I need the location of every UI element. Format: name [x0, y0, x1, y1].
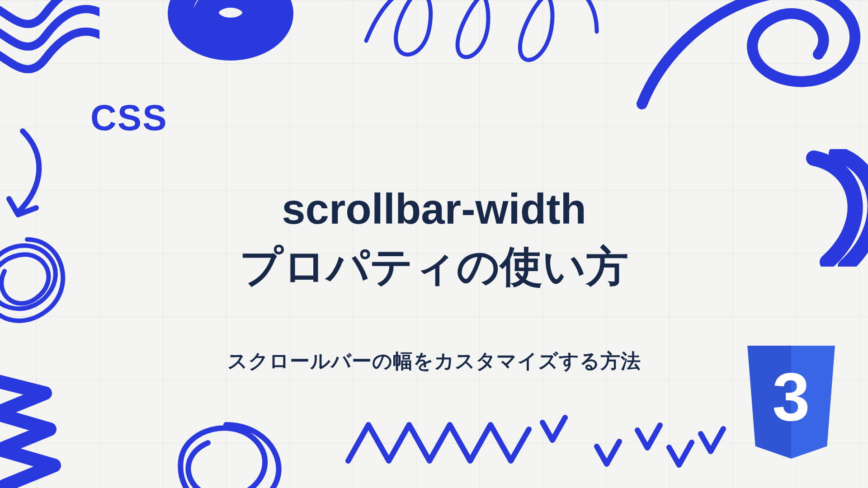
v-marks-bottom — [533, 407, 732, 479]
css3-badge-number: 3 — [741, 340, 841, 453]
css3-shield-icon: 3 — [741, 346, 841, 459]
hero-canvas: CSS scrollbar-widthプロパティの使い方 スクロールバーの幅をカ… — [0, 0, 868, 488]
title-line2: プロパティの使い方 — [240, 243, 628, 290]
page-subtitle: スクロールバーの幅をカスタマイズする方法 — [227, 348, 641, 375]
curve-lines-right — [796, 149, 868, 267]
swirl-bottom — [140, 407, 312, 488]
page-title: scrollbar-widthプロパティの使い方 — [240, 181, 628, 296]
brush-circle-doodle — [145, 0, 316, 77]
title-line1: scrollbar-width — [282, 185, 586, 233]
arrow-doodle-left — [0, 127, 63, 235]
svg-point-3 — [210, 0, 251, 26]
scribble-ball-left — [0, 221, 86, 348]
scribble-loop-doodle-top — [353, 0, 606, 77]
zigzag-bottomleft — [0, 371, 95, 488]
wave-doodle-topleft — [0, 0, 99, 90]
big-swirl-topright — [624, 0, 868, 113]
zigzag-wave-bottom — [344, 411, 533, 474]
category-label: CSS — [90, 97, 168, 139]
